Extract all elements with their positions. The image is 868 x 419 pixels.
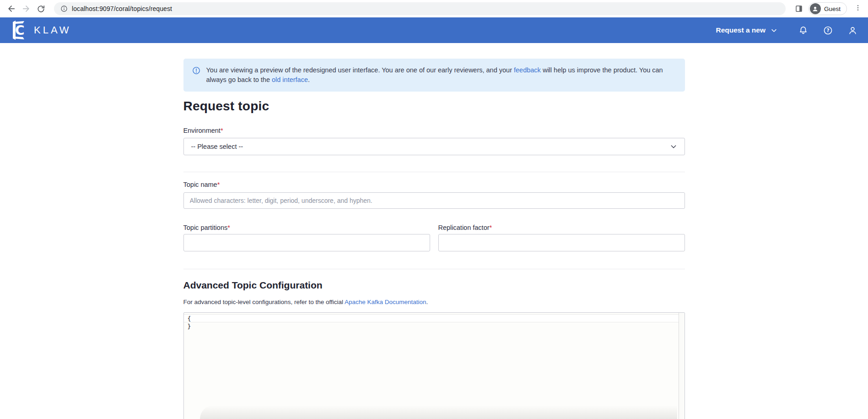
topic-name-field-group: Topic name* [183,181,685,209]
old-interface-link[interactable]: old interface [272,76,308,83]
chevron-down-icon [771,27,777,34]
svg-text:C: C [15,23,25,38]
divider [183,172,685,172]
app-header: C KLAW Request a new ? [0,17,868,43]
side-panel-icon[interactable] [794,4,804,14]
screen: localhost:9097/coral/topics/request Gues… [0,0,868,419]
reload-icon[interactable] [36,4,46,14]
forward-icon[interactable] [21,4,31,14]
banner-text-3: . [308,76,310,83]
profile-name: Guest [824,5,841,12]
site-info-icon[interactable] [60,5,68,12]
environment-select[interactable]: -- Please select -- [183,138,685,155]
klaw-logo-icon[interactable]: C [10,21,28,40]
brand-name[interactable]: KLAW [34,24,71,36]
replication-factor-field-group: Replication factor* [438,224,685,251]
replication-factor-label: Replication factor* [438,224,685,232]
divider [183,269,685,269]
topic-partitions-field-group: Topic partitions* [183,224,430,251]
notifications-bell-icon[interactable] [798,25,809,36]
url-text[interactable]: localhost:9097/coral/topics/request [72,5,172,12]
advanced-desc-1: For advanced topic-level configurations,… [183,299,345,305]
back-icon[interactable] [6,4,16,14]
header-actions: Request a new ? [716,25,858,36]
required-marker: * [490,224,492,231]
partitions-replication-row: Topic partitions* Replication factor* [183,224,685,251]
required-marker: * [217,181,220,188]
environment-field-group: Environment* -- Please select -- [183,127,685,155]
page-title: Request topic [183,98,685,114]
browser-profile-chip[interactable]: Guest [809,2,847,15]
required-marker: * [227,224,230,231]
preview-info-banner: You are viewing a preview of the redesig… [183,59,685,92]
info-icon [192,66,201,85]
help-icon[interactable]: ? [822,25,833,36]
editor-scrollbar[interactable] [679,313,685,419]
environment-label: Environment* [183,127,685,135]
replication-factor-input[interactable] [438,234,685,251]
request-a-new-menu[interactable]: Request a new [716,26,777,34]
topic-partitions-label: Topic partitions* [183,224,430,232]
banner-text-1: You are viewing a preview of the redesig… [206,66,514,74]
request-topic-form: Environment* -- Please select -- Topic n… [183,127,685,419]
browser-chrome: localhost:9097/coral/topics/request Gues… [0,0,868,17]
chevron-down-icon [670,143,677,150]
request-a-new-label: Request a new [716,26,766,34]
topic-partitions-input[interactable] [183,234,430,251]
address-bar[interactable]: localhost:9097/coral/topics/request [54,2,786,15]
topic-name-label: Topic name* [183,181,685,189]
avatar [810,3,821,14]
svg-text:?: ? [826,27,829,33]
main-content: You are viewing a preview of the redesig… [183,59,685,419]
banner-text: You are viewing a preview of the redesig… [206,65,677,85]
browser-menu-icon[interactable] [853,4,863,13]
environment-select-value: -- Please select -- [191,143,243,150]
editor-line[interactable]: } [184,322,679,331]
advanced-config-description: For advanced topic-level configurations,… [183,298,685,306]
kafka-docs-link[interactable]: Apache Kafka Documentation [345,299,426,305]
editor-line-active[interactable]: { [184,314,679,322]
editor-content[interactable]: { } [184,313,685,331]
advanced-config-title: Advanced Topic Configuration [183,279,685,292]
advanced-desc-2: . [426,299,428,305]
topic-name-input[interactable] [183,192,685,209]
json-config-editor[interactable]: { } [183,312,685,419]
feedback-link[interactable]: feedback [514,66,541,74]
required-marker: * [221,127,223,134]
user-profile-icon[interactable] [847,25,858,36]
